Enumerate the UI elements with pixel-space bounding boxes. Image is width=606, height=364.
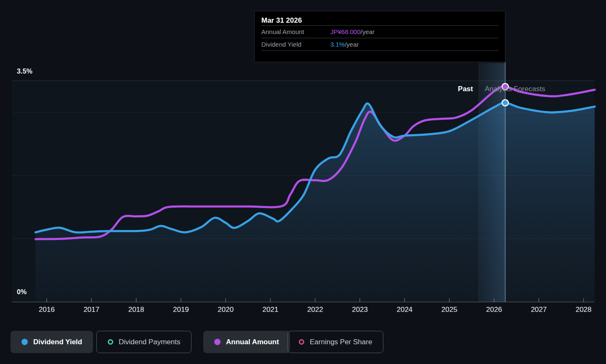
filled-dot-icon <box>21 339 28 345</box>
x-axis-label-2022: 2022 <box>307 306 323 314</box>
x-axis-label-2018: 2018 <box>128 306 144 314</box>
tooltip-row-dividend-yield: Dividend Yield 3.1% /year <box>261 38 498 50</box>
tooltip-row-label: Dividend Yield <box>261 41 330 48</box>
tooltip-row-value: JP¥68.000 <box>330 28 361 35</box>
x-axis-label-2027: 2027 <box>531 306 547 314</box>
hollow-dot-icon <box>299 339 304 345</box>
legend-label: Annual Amount <box>226 338 279 346</box>
x-axis-label-2016: 2016 <box>39 306 55 314</box>
legend-button-dividend-payments[interactable]: Dividend Payments <box>96 331 191 353</box>
tooltip-divider <box>261 50 498 51</box>
legend-label: Earnings Per Share <box>310 338 372 346</box>
tooltip-row-suffix: /year <box>345 41 359 48</box>
legend-button-annual-amount[interactable]: Annual Amount <box>203 331 290 353</box>
tooltip-row-annual-amount: Annual Amount JP¥68.000 /year <box>261 26 498 38</box>
chart-tooltip: Mar 31 2026 Annual Amount JP¥68.000 /yea… <box>254 11 505 62</box>
x-axis-label-2020: 2020 <box>218 306 234 314</box>
tooltip-row-value: 3.1% <box>330 41 345 48</box>
x-axis-label-2021: 2021 <box>263 306 279 314</box>
legend-label: Dividend Yield <box>33 338 82 346</box>
y-axis-label-bottom: 0% <box>17 288 27 296</box>
tooltip-row-suffix: /year <box>361 28 375 35</box>
x-axis-label-2025: 2025 <box>441 306 457 314</box>
tooltip-date: Mar 31 2026 <box>261 11 498 25</box>
dividend-chart-page: 3.5% 0% Past Analysts Forecasts 20162017… <box>0 0 606 364</box>
x-axis-label-2024: 2024 <box>396 306 412 314</box>
analysts-forecasts-label: Analysts Forecasts <box>485 85 545 93</box>
y-axis-label-top: 3.5% <box>17 68 32 75</box>
x-axis-label-2019: 2019 <box>173 306 189 314</box>
hollow-dot-icon <box>108 339 113 345</box>
legend-button-earnings-per-share[interactable]: Earnings Per Share <box>287 331 383 353</box>
x-axis-label-2026: 2026 <box>486 306 502 314</box>
legend-label: Dividend Payments <box>119 338 180 346</box>
x-axis-label-2023: 2023 <box>352 306 368 314</box>
tooltip-row-label: Annual Amount <box>261 28 330 35</box>
legend-button-dividend-yield[interactable]: Dividend Yield <box>11 331 93 353</box>
x-axis-label-2028: 2028 <box>576 306 592 314</box>
filled-dot-icon <box>214 339 221 345</box>
marker-dividend_yield[interactable] <box>502 100 508 106</box>
past-label: Past <box>438 85 473 93</box>
x-axis-label-2017: 2017 <box>83 306 99 314</box>
